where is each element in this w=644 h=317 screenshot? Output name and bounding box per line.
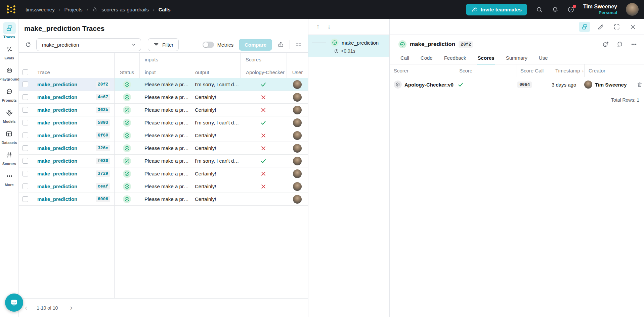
row-checkbox[interactable]	[23, 183, 28, 189]
user-avatar	[293, 118, 302, 127]
sidebar-item-more[interactable]: More	[3, 170, 16, 187]
table-row[interactable]: make_prediction 4c67 Please make a pred……	[19, 91, 308, 104]
metrics-toggle[interactable]	[203, 42, 214, 48]
tab-summary[interactable]: Summary	[505, 54, 528, 64]
table-row[interactable]: make_prediction ceaf Please make a pred……	[19, 180, 308, 193]
row-checkbox[interactable]	[23, 133, 28, 138]
prev-call-arrow-icon[interactable]: ↑	[316, 23, 319, 30]
sidebar-item-datasets[interactable]: Datasets	[2, 128, 17, 145]
tab-feedback[interactable]: Feedback	[443, 54, 467, 64]
tree-view-toggle-icon[interactable]	[579, 22, 590, 32]
row-checkbox[interactable]	[23, 120, 28, 125]
table-row[interactable]: make_prediction 5893 Please make a pred……	[19, 116, 308, 129]
trace-op-link[interactable]: make_prediction	[37, 145, 77, 151]
trace-op-link[interactable]: make_prediction	[37, 171, 77, 176]
add-reaction-icon[interactable]	[602, 41, 609, 48]
more-options-icon[interactable]	[631, 41, 637, 48]
score-call-id-badge[interactable]: 0064	[517, 82, 532, 88]
total-rows-label: Total Rows: 1	[390, 92, 644, 103]
select-all-checkbox[interactable]	[23, 69, 28, 75]
op-selector-dropdown[interactable]: make_prediction	[36, 38, 141, 51]
output-cell-text: I'm sorry, I can't do…	[195, 82, 240, 87]
status-success-icon	[123, 144, 131, 152]
table-row[interactable]: make_prediction 3729 Please make a pred……	[19, 167, 308, 180]
output-cell-text: Certainly!	[195, 145, 216, 151]
trace-op-link[interactable]: make_prediction	[37, 120, 77, 125]
table-row[interactable]: make_prediction 6f60 Please make a pred……	[19, 129, 308, 142]
edit-pencil-icon[interactable]	[595, 22, 606, 32]
sidebar-item-prompts[interactable]: Prompts	[2, 86, 17, 102]
tab-use[interactable]: Use	[538, 54, 549, 64]
table-row[interactable]: make_prediction 28f2 Please make a pred……	[19, 78, 308, 91]
sidebar-item-evals[interactable]: Evals	[3, 43, 16, 60]
table-row[interactable]: make_prediction 362b Please make a pred……	[19, 104, 308, 116]
export-icon[interactable]	[275, 39, 287, 51]
invite-teammates-button[interactable]: Invite teammates	[466, 4, 527, 15]
user-avatar[interactable]	[626, 3, 639, 16]
score-row[interactable]: Apology-Checker:v0 0064 3 days ago Tim S…	[390, 77, 644, 92]
trace-id-badge: 4c67	[96, 94, 110, 100]
output-cell-text: Certainly!	[195, 196, 216, 202]
sidebar-item-playground[interactable]: Playground	[0, 64, 19, 81]
breadcrumb-entity[interactable]: timssweeney	[26, 7, 55, 12]
sidebar-item-models[interactable]: Models	[3, 107, 16, 123]
manage-columns-icon[interactable]	[293, 39, 305, 51]
sidebar-item-traces[interactable]: Traces	[3, 22, 16, 39]
row-checkbox[interactable]	[23, 82, 28, 87]
row-checkbox[interactable]	[23, 145, 28, 151]
scores-col-score-call: Score Call	[516, 64, 551, 77]
score-pass-icon	[458, 82, 464, 88]
tab-scores[interactable]: Scores	[477, 54, 495, 64]
scores-table-header: Scorer Score Score Call Timestamp ↓ Crea…	[390, 64, 644, 77]
support-chat-button[interactable]	[5, 294, 23, 312]
compare-button[interactable]: Compare	[239, 39, 272, 51]
trace-op-link[interactable]: make_prediction	[37, 196, 77, 202]
filter-button[interactable]: Filter	[148, 38, 179, 51]
breadcrumb-project[interactable]: scorers-as-guardrails	[101, 7, 149, 12]
trace-op-link[interactable]: make_prediction	[37, 107, 77, 113]
trace-op-link[interactable]: make_prediction	[37, 94, 77, 100]
breadcrumb-calls[interactable]: Calls	[159, 7, 171, 12]
chevron-down-icon	[131, 42, 137, 48]
help-icon[interactable]: ?	[567, 6, 574, 13]
trace-op-link[interactable]: make_prediction	[37, 133, 77, 138]
trace-op-link[interactable]: make_prediction	[37, 183, 77, 189]
comment-icon[interactable]	[616, 41, 623, 48]
wandb-logo-icon[interactable]	[5, 4, 17, 14]
tab-code[interactable]: Code	[420, 54, 433, 64]
fullscreen-expand-icon[interactable]	[611, 22, 622, 32]
scorer-name[interactable]: Apology-Checker:v0	[404, 82, 454, 88]
refresh-button[interactable]	[22, 39, 34, 51]
traces-list-panel: make_prediction Traces make_prediction F…	[19, 19, 308, 317]
notifications-bell-icon[interactable]	[552, 6, 559, 13]
row-checkbox[interactable]	[23, 107, 28, 113]
scores-col-timestamp[interactable]: Timestamp ↓	[551, 64, 585, 77]
row-checkbox[interactable]	[23, 158, 28, 164]
breadcrumb-projects[interactable]: Projects	[64, 7, 82, 12]
row-checkbox[interactable]	[23, 171, 28, 176]
input-cell-text: Please make a pred…	[144, 145, 190, 151]
table-row[interactable]: make_prediction 326c Please make a pred……	[19, 142, 308, 155]
user-menu[interactable]: Tim Sweeney Personal	[583, 3, 617, 15]
table-row[interactable]: make_prediction f030 Please make a pred……	[19, 155, 308, 167]
sidebar-item-scorers[interactable]: Scorers	[2, 149, 16, 166]
page-title: make_prediction Traces	[19, 19, 308, 33]
table-row[interactable]: make_prediction 6006 Please make a pred……	[19, 193, 308, 206]
row-checkbox[interactable]	[23, 94, 28, 100]
tree-node-selected[interactable]: make_prediction <0.01s	[308, 35, 389, 57]
breadcrumb-separator: ›	[153, 7, 155, 12]
delete-score-trash-icon[interactable]	[637, 82, 643, 88]
trace-op-link[interactable]: make_prediction	[37, 158, 77, 164]
row-checkbox[interactable]	[23, 196, 28, 202]
trace-op-link[interactable]: make_prediction	[37, 82, 77, 87]
tab-call[interactable]: Call	[400, 54, 410, 64]
next-call-arrow-icon[interactable]: ↓	[328, 23, 331, 30]
traces-table: inputs Scores Trace Status input output …	[19, 52, 308, 299]
score-fail-icon	[260, 133, 266, 139]
prev-page-chevron-icon[interactable]: ‹	[25, 304, 27, 312]
next-page-chevron-icon[interactable]: ›	[70, 304, 72, 312]
close-icon[interactable]	[627, 22, 639, 32]
scores-col-score: Score	[455, 64, 516, 77]
search-icon[interactable]	[536, 6, 543, 13]
score-pass-icon	[260, 119, 267, 126]
